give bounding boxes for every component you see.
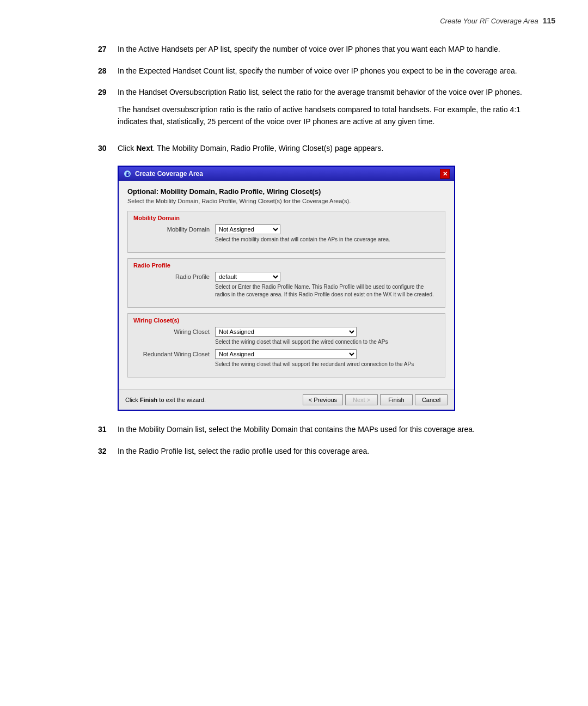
footer-text: Click Finish to exit the wizard. [125, 397, 206, 403]
redundant-wiring-closet-hint: Select the wiring closet that will suppo… [215, 361, 439, 368]
step-30-text-after: . The Mobility Domain, Radio Profile, Wi… [153, 144, 384, 153]
step-27: 27 In the Active Handsets per AP list, s… [98, 44, 544, 56]
redundant-wiring-closet-field-row: Redundant Wiring Closet Not Assigned Sel… [133, 349, 439, 368]
mobility-domain-field-label: Mobility Domain [133, 224, 215, 233]
dialog-buttons: < Previous Next > Finish Cancel [303, 394, 448, 405]
step-28-text: In the Expected Handset Count list, spec… [118, 65, 544, 77]
dialog-wrapper: ⊕ Create Coverage Area ✕ Optional: Mobil… [118, 166, 544, 411]
step-29-number: 29 [98, 87, 118, 133]
mobility-domain-hint: Select the mobility domain that will con… [215, 236, 439, 244]
finish-button[interactable]: Finish [380, 394, 413, 405]
main-content: 27 In the Active Handsets per AP list, s… [98, 44, 544, 467]
titlebar-left: ⊕ Create Coverage Area [123, 169, 203, 178]
wiring-closet-field-label: Wiring Closet [133, 327, 215, 335]
dialog-footer: Click Finish to exit the wizard. < Previ… [119, 389, 454, 410]
previous-button[interactable]: < Previous [303, 394, 343, 405]
create-coverage-area-dialog: ⊕ Create Coverage Area ✕ Optional: Mobil… [118, 166, 455, 411]
dialog-titlebar: ⊕ Create Coverage Area ✕ [119, 167, 454, 181]
chapter-title: Create Your RF Coverage Area [440, 17, 538, 25]
step-27-number: 27 [98, 44, 118, 56]
next-button[interactable]: Next > [345, 394, 378, 405]
step-29-main: In the Handset Oversubscription Ratio li… [118, 87, 544, 99]
step-30-text-before: Click [118, 144, 136, 153]
wiring-closet-control: Not Assigned Select the wiring closet th… [215, 327, 439, 346]
wiring-closet-hint: Select the wiring closet that will suppo… [215, 338, 439, 346]
wiring-closet-field-row: Wiring Closet Not Assigned Select the wi… [133, 327, 439, 346]
step-30-text: Click Next. The Mobility Domain, Radio P… [118, 143, 544, 155]
radio-profile-section: Radio Profile Radio Profile default Sele… [127, 258, 445, 308]
mobility-domain-field-row: Mobility Domain Not Assigned Select the … [133, 224, 439, 244]
redundant-wiring-closet-select[interactable]: Not Assigned [215, 349, 357, 359]
wiring-closets-section: Wiring Closet(s) Wiring Closet Not Assig… [127, 313, 445, 378]
step-31-number: 31 [98, 424, 118, 436]
step-30: 30 Click Next. The Mobility Domain, Radi… [98, 143, 544, 155]
radio-profile-field-row: Radio Profile default Select or Enter th… [133, 272, 439, 299]
svg-text:⊕: ⊕ [125, 171, 130, 177]
step-29-text: In the Handset Oversubscription Ratio li… [118, 87, 544, 133]
dialog-close-button[interactable]: ✕ [440, 169, 450, 179]
dialog-icon: ⊕ [123, 169, 132, 178]
radio-profile-control: default Select or Enter the Radio Profil… [215, 272, 439, 299]
page-header: Create Your RF Coverage Area115 [440, 16, 555, 25]
step-29-detail: The handset oversubscription ratio is th… [118, 104, 544, 127]
radio-profile-label: Radio Profile [133, 262, 439, 269]
footer-bold: Finish [140, 397, 157, 403]
dialog-description: Select the Mobility Domain, Radio Profil… [127, 198, 445, 204]
redundant-wiring-closet-field-label: Redundant Wiring Closet [133, 349, 215, 357]
radio-profile-field-label: Radio Profile [133, 272, 215, 280]
dialog-body: Optional: Mobility Domain, Radio Profile… [119, 181, 454, 389]
mobility-domain-section: Mobility Domain Mobility Domain Not Assi… [127, 211, 445, 253]
redundant-wiring-closet-control: Not Assigned Select the wiring closet th… [215, 349, 439, 368]
step-28: 28 In the Expected Handset Count list, s… [98, 65, 544, 77]
step-30-link: Next [136, 144, 152, 153]
step-29: 29 In the Handset Oversubscription Ratio… [98, 87, 544, 133]
step-32: 32 In the Radio Profile list, select the… [98, 446, 544, 458]
mobility-domain-label: Mobility Domain [133, 215, 439, 221]
step-31-text: In the Mobility Domain list, select the … [118, 424, 544, 436]
step-28-number: 28 [98, 65, 118, 77]
wiring-closet-select[interactable]: Not Assigned [215, 327, 357, 337]
step-31: 31 In the Mobility Domain list, select t… [98, 424, 544, 436]
wiring-closets-label: Wiring Closet(s) [133, 317, 439, 324]
dialog-subtitle: Optional: Mobility Domain, Radio Profile… [127, 187, 445, 196]
step-30-number: 30 [98, 143, 118, 155]
mobility-domain-select[interactable]: Not Assigned [215, 224, 280, 234]
step-32-number: 32 [98, 446, 118, 458]
radio-profile-select[interactable]: default [215, 272, 280, 282]
mobility-domain-control: Not Assigned Select the mobility domain … [215, 224, 439, 244]
step-27-text: In the Active Handsets per AP list, spec… [118, 44, 544, 56]
cancel-button[interactable]: Cancel [415, 394, 448, 405]
dialog-title: Create Coverage Area [135, 170, 203, 178]
page-number: 115 [543, 16, 555, 25]
radio-profile-hint: Select or Enter the Radio Profile Name. … [215, 283, 439, 299]
step-32-text: In the Radio Profile list, select the ra… [118, 446, 544, 458]
